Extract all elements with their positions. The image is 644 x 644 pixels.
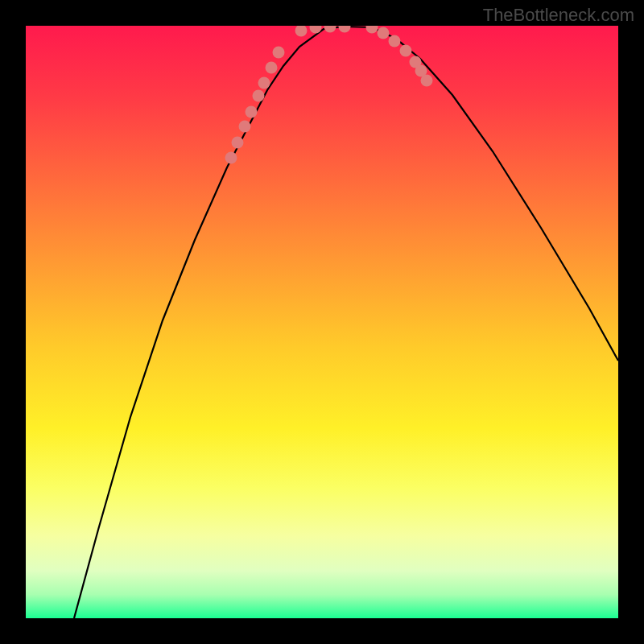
marker-dot (225, 152, 237, 164)
chart-area (26, 26, 618, 618)
chart-svg (26, 26, 618, 618)
marker-dot (400, 45, 412, 57)
marker-dot (273, 47, 285, 59)
marker-dot (421, 75, 433, 87)
marker-dot (339, 26, 351, 33)
marker-dot (232, 137, 244, 149)
bottleneck-curve (74, 27, 618, 618)
marker-dot (266, 62, 278, 74)
watermark: TheBottleneck.com (483, 5, 634, 26)
marker-dot (324, 26, 336, 33)
marker-dot (239, 121, 251, 133)
marker-dot (378, 27, 390, 39)
curve-markers (225, 26, 433, 164)
marker-dot (246, 106, 258, 118)
marker-dot (253, 90, 265, 102)
marker-dot (295, 26, 308, 37)
marker-dot (366, 26, 378, 34)
marker-dot (258, 77, 270, 89)
marker-dot (389, 35, 401, 47)
